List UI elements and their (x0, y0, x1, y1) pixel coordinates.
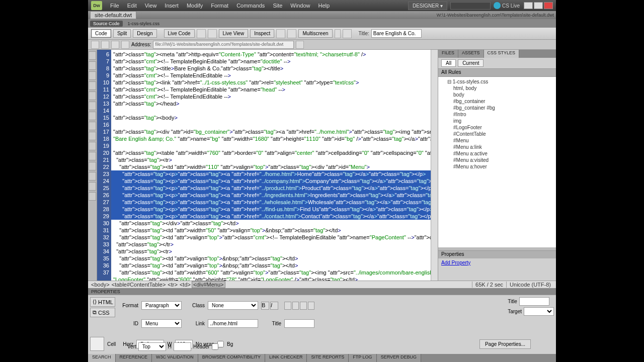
tab-reference[interactable]: REFERENCE (116, 354, 152, 362)
tool-icon[interactable] (89, 92, 96, 100)
tab-site-reports[interactable]: SITE REPORTS (307, 354, 349, 362)
back-icon[interactable] (91, 41, 99, 49)
tool-icon[interactable] (89, 112, 96, 120)
menu-commands[interactable]: Commands (232, 3, 269, 9)
tab-w3c[interactable]: W3C VALIDATION (152, 354, 198, 362)
css-rule-item[interactable]: img (440, 118, 554, 124)
css-rule-item[interactable]: ⊟ 1-css-styles.css (440, 78, 554, 85)
tab-assets[interactable]: ASSETS (458, 50, 484, 58)
bc-tr[interactable]: <tr> (167, 282, 179, 288)
bc-td[interactable]: <td> (179, 282, 192, 288)
split-view-button[interactable]: Split (113, 29, 131, 38)
menu-insert[interactable]: Insert (160, 3, 183, 9)
list-icon[interactable] (284, 302, 291, 310)
tool-icon[interactable] (89, 152, 96, 160)
dropdown-icon[interactable] (335, 29, 341, 38)
css-rule-item[interactable]: #ContentTable (440, 131, 554, 137)
class-select[interactable]: None (208, 301, 258, 310)
tab-link-checker[interactable]: LINK CHECKER (265, 354, 307, 362)
app-logo[interactable]: Dw (91, 1, 102, 10)
css-mode-button[interactable]: ⧉CSS (90, 308, 115, 317)
workspace-switcher[interactable]: DESIGNER ▾ (408, 2, 447, 10)
tool-icon[interactable] (276, 29, 285, 38)
title-input2[interactable] (519, 297, 549, 306)
nowrap-checkbox[interactable] (217, 341, 224, 347)
tab-ftp-log[interactable]: FTP LOG (349, 354, 376, 362)
tool-icon[interactable] (89, 142, 96, 150)
code-view-button[interactable]: Code (91, 29, 111, 38)
menu-edit[interactable]: Edit (123, 3, 141, 9)
close-button[interactable] (544, 2, 553, 9)
css-rule-item[interactable]: #Menu (440, 137, 554, 144)
css-rule-item[interactable]: #Menu a:link (440, 144, 554, 150)
menu-window[interactable]: Window (286, 3, 314, 9)
header-checkbox[interactable] (212, 343, 218, 350)
indent-icon[interactable] (308, 302, 315, 310)
tool-icon[interactable] (287, 29, 296, 38)
title-input[interactable] (284, 319, 314, 328)
css-rule-item[interactable]: #Menu a:active (440, 150, 554, 157)
vertical-scrollbar[interactable] (431, 50, 438, 281)
cslive-icon[interactable] (494, 2, 501, 9)
css-rule-item[interactable]: #Menu a:hover (440, 163, 554, 170)
css-rules-tree[interactable]: ⊟ 1-css-styles.csshtml, bodybody#bg_cont… (438, 77, 556, 247)
tool-icon[interactable] (89, 182, 96, 191)
italic-icon[interactable]: I (270, 302, 278, 310)
all-button[interactable]: All (441, 59, 456, 67)
css-rule-item[interactable]: #LogoFooter (440, 124, 554, 131)
search-input[interactable] (450, 2, 491, 10)
css-rule-item[interactable]: #Intro (440, 111, 554, 118)
go-icon[interactable] (296, 41, 304, 49)
menu-help[interactable]: Help (314, 3, 334, 9)
add-property-link[interactable]: Add Property (438, 258, 556, 267)
tool-icon[interactable] (89, 51, 96, 60)
tool-icon[interactable] (89, 192, 96, 201)
css-rule-item[interactable]: #bg_container (440, 98, 554, 105)
tab-files[interactable]: FILES (438, 50, 458, 58)
home-icon[interactable] (121, 41, 129, 49)
multiscreen-button[interactable]: Multiscreen (298, 29, 332, 38)
css-rule-item[interactable]: #bg_container #bg (440, 105, 554, 111)
code-editor[interactable]: "attr">class="tag"><meta "attr">http-equ… (111, 50, 438, 281)
address-input[interactable]: file:///W|/1-Websites/bareenglish.com/Te… (153, 41, 294, 49)
menu-format[interactable]: Format (207, 3, 232, 9)
document-tab[interactable]: site-default.dwt (90, 11, 136, 19)
vert-select[interactable]: Top (138, 342, 166, 351)
list-icon[interactable] (292, 302, 299, 310)
refresh-icon[interactable] (343, 29, 352, 38)
format-select[interactable]: Paragraph (141, 301, 182, 310)
tool-icon[interactable] (89, 172, 96, 180)
id-select[interactable]: Menu (141, 319, 182, 328)
bc-body[interactable]: <body> (90, 282, 111, 288)
tool-icon[interactable] (89, 61, 96, 70)
h-input[interactable] (174, 342, 191, 351)
bc-div-menu[interactable]: <div#Menu> (192, 281, 225, 288)
minimize-button[interactable] (524, 2, 533, 9)
cell-icon[interactable] (90, 337, 104, 351)
tool-icon[interactable] (89, 122, 96, 130)
cslive-label[interactable]: CS Live (502, 3, 520, 9)
tool-icon[interactable] (89, 71, 96, 80)
tab-server-debug[interactable]: SERVER DEBUG (377, 354, 421, 362)
properties-section-header[interactable]: PROPERTIES (88, 288, 556, 295)
live-view-button[interactable]: Live View (219, 29, 249, 38)
css-rule-item[interactable]: #Menu a:visited (440, 157, 554, 163)
menu-view[interactable]: View (141, 3, 161, 9)
css-rule-item[interactable]: html, body (440, 85, 554, 92)
menu-site[interactable]: Site (269, 3, 286, 9)
target-select[interactable] (524, 307, 554, 316)
html-mode-button[interactable]: ⟨⟩HTML (90, 297, 115, 307)
forward-icon[interactable] (101, 41, 109, 49)
tool-icon[interactable] (89, 102, 96, 110)
related-css-file[interactable]: 1-css-styles.css (125, 21, 163, 27)
bc-table[interactable]: <table#ContentTable> (111, 282, 167, 288)
menu-file[interactable]: File (106, 3, 123, 9)
tool-icon[interactable] (197, 29, 206, 38)
stop-icon[interactable] (111, 41, 119, 49)
maximize-button[interactable] (534, 2, 543, 9)
css-rule-item[interactable]: body (440, 92, 554, 98)
live-code-button[interactable]: Live Code (164, 29, 195, 38)
tool-icon[interactable] (89, 132, 96, 140)
bold-icon[interactable]: B (261, 302, 269, 310)
title-input[interactable] (371, 29, 422, 38)
